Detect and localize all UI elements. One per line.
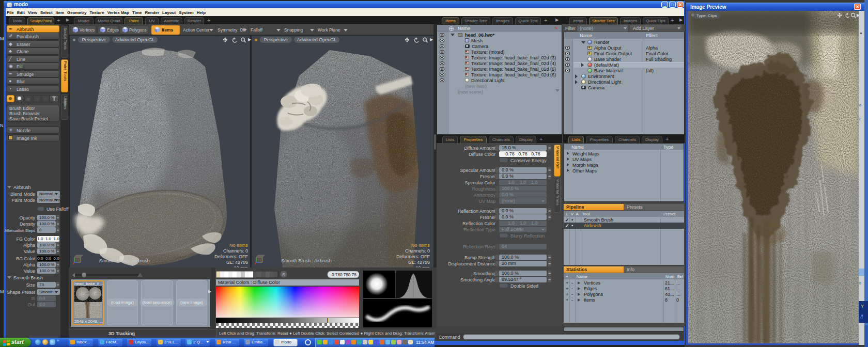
svg-text:Polygons: Polygons [129, 28, 147, 33]
svg-text:Work Plane: Work Plane [318, 27, 340, 33]
svg-text:Action Center: Action Center [183, 27, 210, 33]
svg-text:0.780.780.78: 0.780.780.78 [332, 273, 357, 277]
svg-text:Edges: Edges [107, 28, 119, 33]
svg-text:S: S [282, 272, 285, 277]
svg-text:Falloff: Falloff [251, 27, 263, 33]
svg-text:Vertices: Vertices [80, 28, 95, 33]
svg-text:Material Colors : Diffuse Colo: Material Colors : Diffuse Color [218, 280, 280, 285]
svg-text:Symmetry: Off: Symmetry: Off [218, 27, 246, 33]
svg-text:Items: Items [162, 27, 173, 33]
svg-text:Snapping: Snapping [284, 27, 303, 33]
